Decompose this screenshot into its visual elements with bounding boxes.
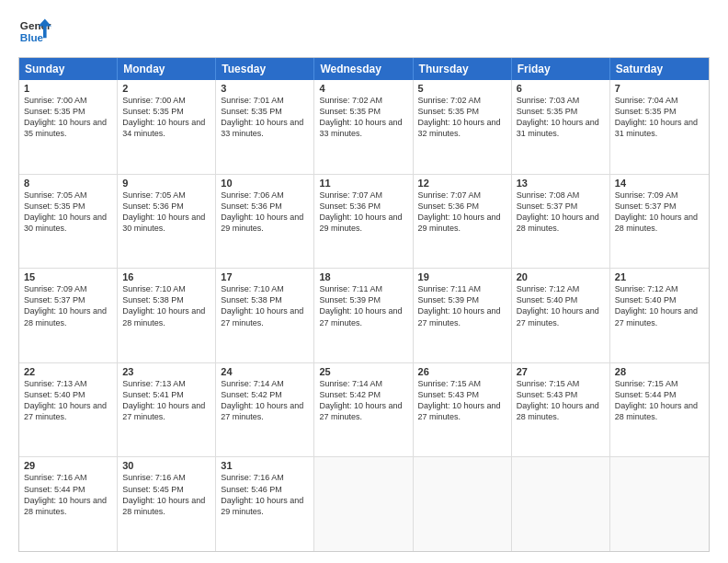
day-cell-25: 25 Sunrise: 7:14 AMSunset: 5:42 PMDaylig…	[314, 363, 413, 457]
day-details: Sunrise: 7:07 AMSunset: 5:36 PMDaylight:…	[319, 190, 402, 233]
calendar: SundayMondayTuesdayWednesdayThursdayFrid…	[18, 57, 710, 552]
day-number: 22	[24, 366, 112, 377]
day-cell-12: 12 Sunrise: 7:07 AMSunset: 5:36 PMDaylig…	[414, 175, 512, 269]
day-number: 15	[24, 271, 112, 282]
day-cell-11: 11 Sunrise: 7:07 AMSunset: 5:36 PMDaylig…	[314, 175, 413, 269]
day-number: 24	[221, 366, 309, 377]
day-number: 21	[615, 271, 704, 282]
day-number: 30	[122, 460, 210, 471]
day-number: 17	[221, 271, 309, 282]
day-number: 19	[418, 271, 506, 282]
day-number: 8	[24, 178, 112, 189]
day-details: Sunrise: 7:02 AMSunset: 5:35 PMDaylight:…	[319, 96, 402, 138]
day-details: Sunrise: 7:09 AMSunset: 5:37 PMDaylight:…	[615, 190, 698, 233]
day-details: Sunrise: 7:00 AMSunset: 5:35 PMDaylight:…	[24, 96, 107, 138]
day-cell-30: 30 Sunrise: 7:16 AMSunset: 5:45 PMDaylig…	[118, 457, 216, 551]
day-cell-24: 24 Sunrise: 7:14 AMSunset: 5:42 PMDaylig…	[216, 363, 314, 457]
day-details: Sunrise: 7:06 AMSunset: 5:36 PMDaylight:…	[221, 190, 303, 233]
day-number: 4	[319, 83, 407, 94]
day-cell-20: 20 Sunrise: 7:12 AMSunset: 5:40 PMDaylig…	[512, 269, 610, 362]
day-number: 6	[517, 83, 605, 94]
day-number: 1	[24, 83, 112, 94]
day-details: Sunrise: 7:14 AMSunset: 5:42 PMDaylight:…	[221, 379, 303, 421]
day-cell-27: 27 Sunrise: 7:15 AMSunset: 5:43 PMDaylig…	[512, 363, 610, 457]
day-details: Sunrise: 7:14 AMSunset: 5:42 PMDaylight:…	[319, 379, 402, 421]
day-cell-19: 19 Sunrise: 7:11 AMSunset: 5:39 PMDaylig…	[414, 269, 512, 362]
day-details: Sunrise: 7:07 AMSunset: 5:36 PMDaylight:…	[418, 190, 501, 233]
day-details: Sunrise: 7:11 AMSunset: 5:39 PMDaylight:…	[418, 284, 501, 327]
day-cell-3: 3 Sunrise: 7:01 AMSunset: 5:35 PMDayligh…	[216, 80, 314, 174]
day-cell-13: 13 Sunrise: 7:08 AMSunset: 5:37 PMDaylig…	[512, 175, 610, 269]
header-day-monday: Monday	[118, 58, 216, 80]
day-details: Sunrise: 7:16 AMSunset: 5:45 PMDaylight:…	[122, 473, 205, 515]
empty-cell-4-3	[314, 457, 413, 551]
day-details: Sunrise: 7:12 AMSunset: 5:40 PMDaylight:…	[517, 284, 599, 327]
logo: General Blue	[18, 15, 51, 48]
day-number: 20	[517, 271, 605, 282]
day-number: 2	[122, 83, 210, 94]
week-row-4: 22 Sunrise: 7:13 AMSunset: 5:40 PMDaylig…	[19, 362, 709, 457]
day-number: 9	[122, 178, 210, 189]
day-details: Sunrise: 7:08 AMSunset: 5:37 PMDaylight:…	[517, 190, 599, 233]
day-number: 23	[122, 366, 210, 377]
calendar-header: SundayMondayTuesdayWednesdayThursdayFrid…	[19, 58, 709, 80]
day-details: Sunrise: 7:16 AMSunset: 5:44 PMDaylight:…	[24, 473, 107, 515]
day-cell-15: 15 Sunrise: 7:09 AMSunset: 5:37 PMDaylig…	[19, 269, 118, 362]
header-day-saturday: Saturday	[610, 58, 709, 80]
day-number: 12	[418, 178, 506, 189]
day-cell-31: 31 Sunrise: 7:16 AMSunset: 5:46 PMDaylig…	[216, 457, 314, 551]
day-details: Sunrise: 7:15 AMSunset: 5:44 PMDaylight:…	[615, 379, 698, 421]
day-cell-7: 7 Sunrise: 7:04 AMSunset: 5:35 PMDayligh…	[610, 80, 709, 174]
day-cell-14: 14 Sunrise: 7:09 AMSunset: 5:37 PMDaylig…	[610, 175, 709, 269]
header-day-thursday: Thursday	[414, 58, 512, 80]
day-number: 11	[319, 178, 407, 189]
day-cell-23: 23 Sunrise: 7:13 AMSunset: 5:41 PMDaylig…	[118, 363, 216, 457]
day-details: Sunrise: 7:05 AMSunset: 5:36 PMDaylight:…	[122, 190, 205, 233]
svg-text:Blue: Blue	[20, 31, 44, 43]
empty-cell-4-4	[414, 457, 512, 551]
day-number: 31	[221, 460, 309, 471]
day-number: 18	[319, 271, 407, 282]
day-number: 7	[615, 83, 704, 94]
day-number: 13	[517, 178, 605, 189]
day-cell-4: 4 Sunrise: 7:02 AMSunset: 5:35 PMDayligh…	[314, 80, 413, 174]
day-details: Sunrise: 7:05 AMSunset: 5:35 PMDaylight:…	[24, 190, 107, 233]
day-cell-8: 8 Sunrise: 7:05 AMSunset: 5:35 PMDayligh…	[19, 175, 118, 269]
day-details: Sunrise: 7:03 AMSunset: 5:35 PMDaylight:…	[517, 96, 599, 138]
empty-cell-4-5	[512, 457, 610, 551]
day-cell-5: 5 Sunrise: 7:02 AMSunset: 5:35 PMDayligh…	[414, 80, 512, 174]
day-cell-1: 1 Sunrise: 7:00 AMSunset: 5:35 PMDayligh…	[19, 80, 118, 174]
day-number: 16	[122, 271, 210, 282]
day-details: Sunrise: 7:15 AMSunset: 5:43 PMDaylight:…	[418, 379, 501, 421]
day-number: 27	[517, 366, 605, 377]
day-details: Sunrise: 7:10 AMSunset: 5:38 PMDaylight:…	[122, 284, 205, 327]
day-details: Sunrise: 7:15 AMSunset: 5:43 PMDaylight:…	[517, 379, 599, 421]
day-number: 3	[221, 83, 309, 94]
calendar-body: 1 Sunrise: 7:00 AMSunset: 5:35 PMDayligh…	[19, 80, 709, 551]
day-details: Sunrise: 7:16 AMSunset: 5:46 PMDaylight:…	[221, 473, 303, 515]
day-details: Sunrise: 7:02 AMSunset: 5:35 PMDaylight:…	[418, 96, 501, 138]
day-number: 26	[418, 366, 506, 377]
day-cell-6: 6 Sunrise: 7:03 AMSunset: 5:35 PMDayligh…	[512, 80, 610, 174]
day-cell-9: 9 Sunrise: 7:05 AMSunset: 5:36 PMDayligh…	[118, 175, 216, 269]
day-details: Sunrise: 7:00 AMSunset: 5:35 PMDaylight:…	[122, 96, 205, 138]
header-day-sunday: Sunday	[19, 58, 118, 80]
day-number: 10	[221, 178, 309, 189]
day-details: Sunrise: 7:10 AMSunset: 5:38 PMDaylight:…	[221, 284, 303, 327]
day-details: Sunrise: 7:01 AMSunset: 5:35 PMDaylight:…	[221, 96, 303, 138]
day-details: Sunrise: 7:11 AMSunset: 5:39 PMDaylight:…	[319, 284, 402, 327]
day-cell-10: 10 Sunrise: 7:06 AMSunset: 5:36 PMDaylig…	[216, 175, 314, 269]
day-details: Sunrise: 7:13 AMSunset: 5:41 PMDaylight:…	[122, 379, 205, 421]
empty-cell-4-6	[610, 457, 709, 551]
day-cell-22: 22 Sunrise: 7:13 AMSunset: 5:40 PMDaylig…	[19, 363, 118, 457]
day-number: 28	[615, 366, 704, 377]
day-cell-2: 2 Sunrise: 7:00 AMSunset: 5:35 PMDayligh…	[118, 80, 216, 174]
week-row-5: 29 Sunrise: 7:16 AMSunset: 5:44 PMDaylig…	[19, 456, 709, 551]
day-cell-16: 16 Sunrise: 7:10 AMSunset: 5:38 PMDaylig…	[118, 269, 216, 362]
day-number: 14	[615, 178, 704, 189]
day-cell-21: 21 Sunrise: 7:12 AMSunset: 5:40 PMDaylig…	[610, 269, 709, 362]
header-day-tuesday: Tuesday	[216, 58, 314, 80]
day-details: Sunrise: 7:04 AMSunset: 5:35 PMDaylight:…	[615, 96, 698, 138]
day-cell-28: 28 Sunrise: 7:15 AMSunset: 5:44 PMDaylig…	[610, 363, 709, 457]
header-day-wednesday: Wednesday	[314, 58, 413, 80]
